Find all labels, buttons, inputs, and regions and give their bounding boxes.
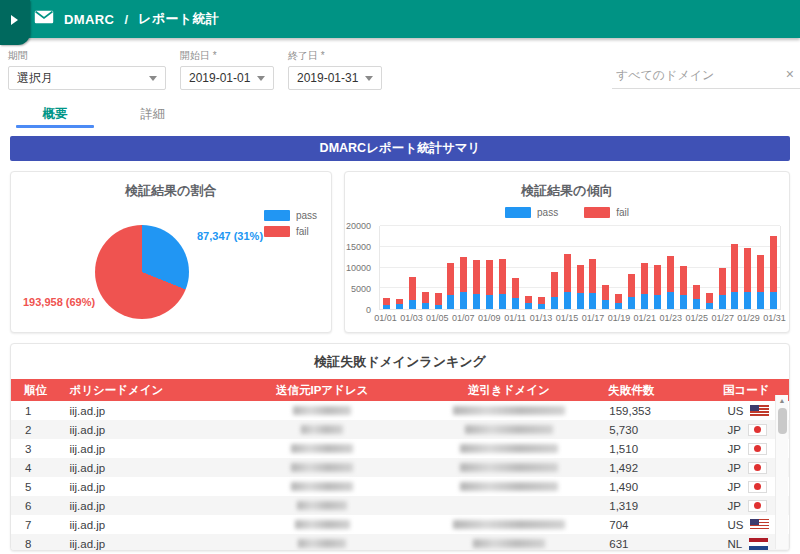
- legend-label-pass: pass: [537, 207, 558, 218]
- rank-cell: 3: [11, 439, 65, 458]
- policy-domain-cell: iij.ad.jp: [65, 458, 228, 477]
- bar-fail-segment: [641, 263, 648, 295]
- bar-plot-area: [379, 226, 781, 310]
- bar-slot: [574, 226, 587, 309]
- bar-fail-segment: [538, 297, 545, 304]
- y-tick-label: 0: [366, 305, 371, 315]
- fail-count-cell: 1,319: [602, 496, 703, 515]
- x-tick-label: 01/29: [737, 313, 760, 323]
- redacted-ip: [291, 463, 353, 472]
- bar-pass-segment: [770, 292, 777, 309]
- bar-slot: [432, 226, 445, 309]
- bar-pass-segment: [525, 303, 532, 309]
- bar-pass-segment: [577, 293, 584, 309]
- bar-slot: [548, 226, 561, 309]
- sidebar-expand-button[interactable]: [0, 0, 30, 45]
- bar-fail-segment: [719, 268, 726, 295]
- redacted-reverse-domain: [460, 444, 558, 453]
- x-tick-label: 01/01: [374, 313, 397, 323]
- reverse-domain-cell: [416, 439, 603, 458]
- bar-fail-segment: [615, 294, 622, 303]
- scroll-up-icon[interactable]: ▲: [776, 395, 788, 407]
- country-code-label: JP: [727, 481, 740, 493]
- bar-fail-segment: [770, 236, 777, 292]
- bar-pass-segment: [499, 294, 506, 309]
- bar-fail-segment: [602, 285, 609, 300]
- y-tick-label: 20000: [346, 221, 371, 231]
- fail-count-cell: 1,490: [602, 477, 703, 496]
- tab-overview[interactable]: 概要: [6, 100, 104, 128]
- us-flag-icon: [750, 405, 769, 417]
- x-tick-label: 01/11: [504, 313, 526, 323]
- clear-icon[interactable]: ×: [786, 66, 794, 82]
- rank-cell: 2: [11, 420, 65, 439]
- bar-01/04: [422, 292, 429, 309]
- y-tick-label: 15000: [346, 242, 371, 252]
- end-date-select[interactable]: 2019-01-31: [288, 66, 382, 90]
- policy-domain-cell: iij.ad.jp: [65, 534, 228, 551]
- source-ip-cell: [229, 534, 416, 551]
- bar-x-axis: 01/0101/0301/0501/0701/0901/1101/1301/15…: [379, 313, 781, 325]
- bar-slot: [651, 226, 664, 309]
- jp-flag-icon: [748, 500, 767, 512]
- rank-cell: 4: [11, 458, 65, 477]
- start-date-select[interactable]: 2019-01-01: [180, 66, 274, 90]
- bar-slot: [754, 226, 767, 309]
- bar-slot: [599, 226, 612, 309]
- legend-label-pass: pass: [296, 210, 317, 221]
- legend-item-pass: pass: [505, 207, 558, 218]
- x-tick-label: 01/21: [634, 313, 657, 323]
- app-header: DMARC / レポート統計: [0, 0, 800, 38]
- bar-fail-segment: [512, 278, 519, 298]
- bar-01/22: [654, 265, 661, 309]
- x-tick-label: 01/31: [763, 313, 786, 323]
- legend-label-fail: fail: [296, 226, 309, 237]
- bar-fail-segment: [409, 277, 416, 301]
- bar-pass-segment: [744, 292, 751, 309]
- legend-swatch-pass: [264, 210, 290, 221]
- bar-pass-segment: [409, 300, 416, 309]
- x-tick-label: 01/25: [685, 313, 708, 323]
- domain-search-input[interactable]: [612, 64, 800, 89]
- source-ip-cell: [229, 477, 416, 496]
- bar-fail-segment: [447, 263, 454, 295]
- chevron-down-icon: [365, 76, 373, 81]
- breadcrumb-app: DMARC: [64, 12, 114, 27]
- source-ip-cell: [229, 458, 416, 477]
- bar-01/01: [383, 298, 390, 309]
- table-row: 8iij.ad.jp631NL: [11, 534, 789, 551]
- country-code-label: US: [727, 405, 743, 417]
- x-tick-label: 01/05: [426, 313, 449, 323]
- redacted-ip: [293, 406, 351, 415]
- rank-cell: 8: [11, 534, 65, 551]
- scrollbar-thumb[interactable]: [778, 408, 787, 434]
- redacted-ip: [298, 539, 346, 548]
- bar-pass-segment: [615, 303, 622, 309]
- bar-slot: [483, 226, 496, 309]
- end-date-field: 終了日 * 2019-01-31: [288, 49, 382, 90]
- period-field: 期間 選択月: [8, 49, 166, 90]
- us-flag-icon: [750, 519, 769, 531]
- bar-fail-segment: [383, 298, 390, 305]
- table-row: 7iij.ad.jp704US: [11, 515, 789, 534]
- bar-01/30: [757, 255, 764, 309]
- period-select[interactable]: 選択月: [8, 66, 166, 90]
- bar-01/15: [564, 254, 571, 309]
- bar-01/24: [680, 266, 687, 309]
- country-code-label: JP: [727, 443, 740, 455]
- bar-slot: [625, 226, 638, 309]
- pie-chart-card: 検証結果の割合 passfail 87,347 (31%) 193,958 (6…: [10, 171, 332, 333]
- bar-01/21: [641, 263, 648, 309]
- bar-pass-segment: [654, 295, 661, 309]
- bar-01/20: [628, 274, 635, 309]
- rank-cell: 6: [11, 496, 65, 515]
- column-header: 逆引きドメイン: [416, 379, 603, 401]
- column-header: ポリシードメイン: [65, 379, 228, 401]
- bar-fail-segment: [693, 285, 700, 300]
- bar-fail-segment: [731, 244, 738, 293]
- bar-01/02: [396, 299, 403, 309]
- legend-item-fail: fail: [264, 226, 317, 237]
- tab-detail[interactable]: 詳細: [104, 100, 202, 128]
- bar-chart-card: 検証結果の傾向 passfail 05000100001500020000 01…: [344, 171, 790, 333]
- bar-slot: [612, 226, 625, 309]
